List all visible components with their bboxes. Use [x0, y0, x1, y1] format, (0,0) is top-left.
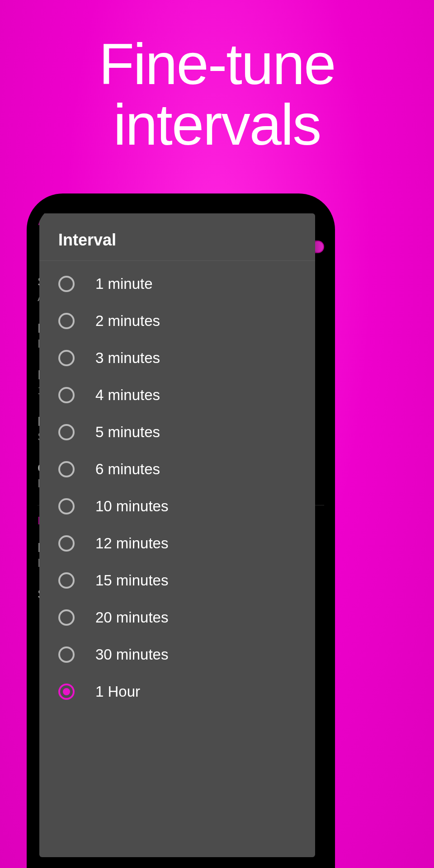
radio-icon	[58, 276, 75, 292]
interval-option[interactable]: 20 minutes	[39, 599, 315, 636]
interval-option-label: 10 minutes	[95, 498, 168, 515]
interval-option[interactable]: 5 minutes	[39, 414, 315, 451]
hero-title-line1: Fine-tune	[0, 34, 434, 94]
hero-title: Fine-tune intervals	[0, 34, 434, 156]
interval-option-label: 15 minutes	[95, 572, 168, 589]
interval-option[interactable]: 30 minutes	[39, 636, 315, 673]
radio-icon	[58, 572, 75, 589]
option-list: 1 minute2 minutes3 minutes4 minutes5 min…	[39, 261, 315, 715]
interval-option-label: 1 minute	[95, 275, 153, 292]
hero-title-line2: intervals	[0, 94, 434, 155]
interval-option[interactable]: 12 minutes	[39, 525, 315, 562]
radio-icon	[58, 461, 75, 477]
radio-selected-icon	[58, 684, 75, 700]
interval-option-label: 30 minutes	[95, 646, 168, 663]
interval-dialog: Interval 1 minute2 minutes3 minutes4 min…	[39, 213, 315, 857]
phone-frame: no StAEPI1DS SaORi N NDSpeaking Interval…	[27, 193, 335, 868]
radio-icon	[58, 313, 75, 329]
interval-option-label: 2 minutes	[95, 312, 160, 330]
interval-option-label: 20 minutes	[95, 609, 168, 626]
dialog-title: Interval	[58, 231, 296, 250]
interval-option-label: 3 minutes	[95, 349, 160, 367]
interval-option[interactable]: 10 minutes	[39, 488, 315, 525]
radio-icon	[58, 387, 75, 403]
interval-option-label: 1 Hour	[95, 683, 140, 700]
radio-icon	[58, 609, 75, 626]
interval-option[interactable]: 2 minutes	[39, 302, 315, 340]
interval-option-label: 4 minutes	[95, 387, 160, 404]
radio-icon	[58, 535, 75, 552]
dialog-header: Interval	[39, 213, 315, 261]
interval-option-label: 12 minutes	[95, 535, 168, 552]
interval-option[interactable]: 1 Hour	[39, 673, 315, 710]
radio-icon	[58, 424, 75, 440]
radio-icon	[58, 350, 75, 366]
interval-option-label: 6 minutes	[95, 461, 160, 478]
radio-icon	[58, 646, 75, 663]
interval-option[interactable]: 1 minute	[39, 265, 315, 302]
phone-screen: no StAEPI1DS SaORi N NDSpeaking Interval…	[38, 204, 324, 857]
radio-icon	[58, 498, 75, 514]
interval-option[interactable]: 6 minutes	[39, 451, 315, 488]
interval-option[interactable]: 3 minutes	[39, 340, 315, 377]
interval-option[interactable]: 4 minutes	[39, 377, 315, 414]
interval-option[interactable]: 15 minutes	[39, 562, 315, 599]
interval-option-label: 5 minutes	[95, 424, 160, 441]
